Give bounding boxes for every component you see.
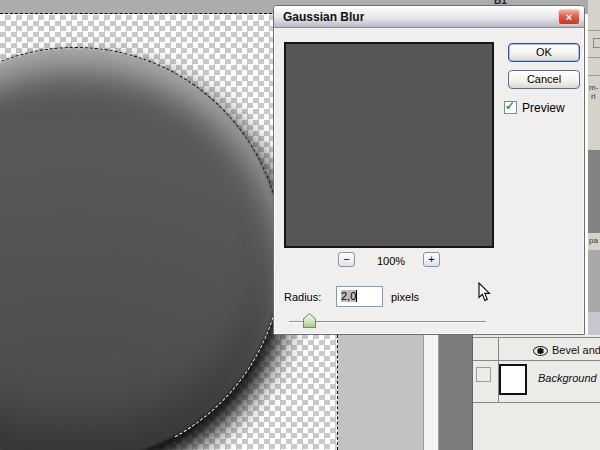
radius-slider-track[interactable] <box>289 321 486 323</box>
clipped-checkbox <box>593 38 600 48</box>
cancel-button[interactable]: Cancel <box>508 70 580 89</box>
visibility-toggle-box[interactable] <box>476 367 491 382</box>
clipped-text: m- <box>589 83 598 92</box>
gaussian-blur-dialog: Gaussian Blur × − 100% + Radius: 2,0 pix… <box>273 5 585 335</box>
clipped-panel-block <box>588 312 600 335</box>
panel-divider <box>473 360 600 361</box>
panel-divider <box>473 402 600 403</box>
selection-ants-top <box>0 13 277 14</box>
visibility-eye-icon[interactable] <box>533 346 548 356</box>
workspace-gray-area <box>338 335 423 450</box>
clipped-text: rl <box>591 92 595 101</box>
blur-preview-area[interactable] <box>284 42 494 248</box>
screen: B1 Bevel and E Background m- rl pa Gauss… <box>0 0 600 450</box>
preview-checkbox[interactable]: ✓ <box>504 101 517 114</box>
mouse-cursor-icon <box>478 282 492 307</box>
text-caret <box>356 290 357 302</box>
preview-checkbox-label: Preview <box>522 101 565 115</box>
layer-effect-label[interactable]: Bevel and E <box>552 344 600 356</box>
close-icon[interactable]: × <box>558 9 580 25</box>
radius-slider-handle[interactable] <box>303 313 316 328</box>
divider <box>588 30 600 31</box>
divider <box>588 57 600 58</box>
dialog-titlebar[interactable]: Gaussian Blur × <box>274 6 584 28</box>
right-palette-sliver: m- rl pa <box>588 0 600 335</box>
radius-input[interactable]: 2,0 <box>336 286 383 307</box>
workspace-divider-strip <box>439 335 472 450</box>
clipped-panel-block <box>588 150 600 233</box>
zoom-in-button[interactable]: + <box>423 252 440 267</box>
slider-handle-face <box>304 314 315 327</box>
dialog-title: Gaussian Blur <box>283 10 364 24</box>
zoom-level-value: 100% <box>356 255 426 267</box>
panel-divider <box>473 337 600 338</box>
checkmark-icon: ✓ <box>505 99 515 113</box>
ok-button[interactable]: OK <box>508 43 580 62</box>
radius-label: Radius: <box>284 291 321 303</box>
radius-value-selected: 2,0 <box>341 290 356 302</box>
layers-panel: Bevel and E Background <box>472 335 600 450</box>
background-layer-label[interactable]: Background <box>538 372 597 384</box>
zoom-out-button[interactable]: − <box>338 252 355 267</box>
clipped-text: pa <box>589 236 598 245</box>
divider <box>588 75 600 76</box>
pixels-unit-label: pixels <box>391 291 419 303</box>
layer-thumbnail[interactable] <box>499 364 527 395</box>
clipped-panel-block <box>588 250 600 312</box>
document-scrollbar[interactable] <box>423 335 439 450</box>
